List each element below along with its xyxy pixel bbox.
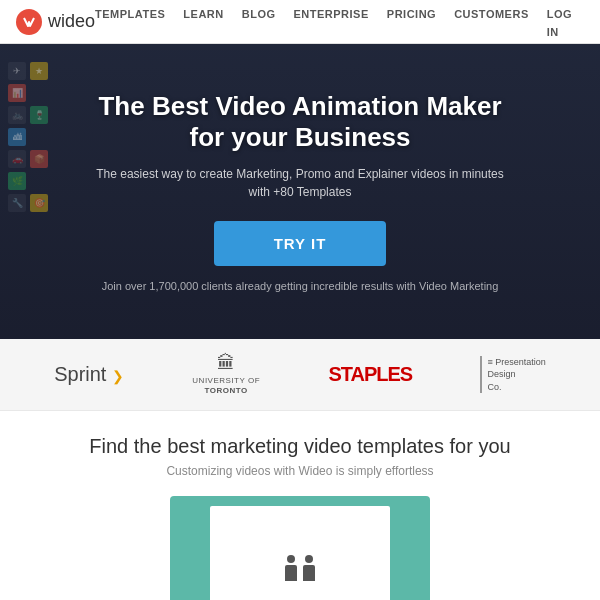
nav-item-templates[interactable]: TEMPLATES <box>95 4 165 40</box>
presentation-name: ≡ PresentationDesignCo. <box>480 356 545 394</box>
hero-subtitle: The easiest way to create Marketing, Pro… <box>90 165 510 201</box>
nav-item-pricing[interactable]: PRICING <box>387 4 436 40</box>
icon-tool: 🔧 <box>8 194 26 212</box>
figure-person-2 <box>303 555 315 581</box>
toronto-text: UNIVERSITY OFTORONTO <box>192 376 260 395</box>
logo-icon <box>16 9 42 35</box>
icon-star: ★ <box>30 62 48 80</box>
toronto-crest-icon: 🏛 <box>217 353 235 374</box>
icon-car: 🚗 <box>8 150 26 168</box>
logo-wordmark: wideo <box>48 11 95 32</box>
icon-plant: 🌿 <box>8 172 26 190</box>
navbar: wideo TEMPLATES LEARN BLOG ENTERPRISE PR… <box>0 0 600 44</box>
logo-presentation: ≡ PresentationDesignCo. <box>480 356 545 394</box>
marketing-section: Find the best marketing video templates … <box>0 411 600 600</box>
logo-staples: STAPLES <box>328 363 412 386</box>
marketing-title: Find the best marketing video templates … <box>20 435 580 458</box>
figure-body-1 <box>285 565 297 581</box>
nav-links: TEMPLATES LEARN BLOG ENTERPRISE PRICING … <box>95 4 584 40</box>
staples-name: STAPLES <box>328 363 412 386</box>
nav-item-learn[interactable]: LEARN <box>183 4 223 40</box>
figure-person-1 <box>285 555 297 581</box>
sprint-spark-icon: ❯ <box>112 368 124 384</box>
social-proof: Join over 1,700,000 clients already gett… <box>90 280 510 292</box>
icon-bike: 🚲 <box>8 106 26 124</box>
try-it-button[interactable]: TRY IT <box>214 221 387 266</box>
icon-building: 🏙 <box>8 128 26 146</box>
sprint-name: Sprint ❯ <box>54 363 124 386</box>
nav-item-customers[interactable]: CUSTOMERS <box>454 4 529 40</box>
nav-item-enterprise[interactable]: ENTERPRISE <box>294 4 369 40</box>
video-figure <box>275 541 325 581</box>
hero-section: ✈ ★ 📊 🚲 🍷 🏙 🚗 📦 🌿 🔧 🎯 The Best Video Ani… <box>0 44 600 339</box>
icon-bottle: 🍷 <box>30 106 48 124</box>
figure-head-2 <box>305 555 313 563</box>
nav-item-login[interactable]: LOG IN <box>547 4 584 40</box>
hero-content: The Best Video Animation Maker for your … <box>50 91 550 292</box>
video-inner-card <box>210 506 390 600</box>
icon-box: 📦 <box>30 150 48 168</box>
icon-chart: 📊 <box>8 84 26 102</box>
logo[interactable]: wideo <box>16 9 95 35</box>
logo-sprint: Sprint ❯ <box>54 363 124 386</box>
hero-title: The Best Video Animation Maker for your … <box>90 91 510 153</box>
logos-band: Sprint ❯ 🏛 UNIVERSITY OFTORONTO STAPLES … <box>0 339 600 411</box>
icon-plane: ✈ <box>8 62 26 80</box>
icon-target: 🎯 <box>30 194 48 212</box>
figure-head-1 <box>287 555 295 563</box>
marketing-subtitle: Customizing videos with Wideo is simply … <box>20 464 580 478</box>
nav-item-blog[interactable]: BLOG <box>242 4 276 40</box>
figure-body-2 <box>303 565 315 581</box>
video-preview[interactable] <box>170 496 430 600</box>
logo-toronto: 🏛 UNIVERSITY OFTORONTO <box>192 353 260 395</box>
